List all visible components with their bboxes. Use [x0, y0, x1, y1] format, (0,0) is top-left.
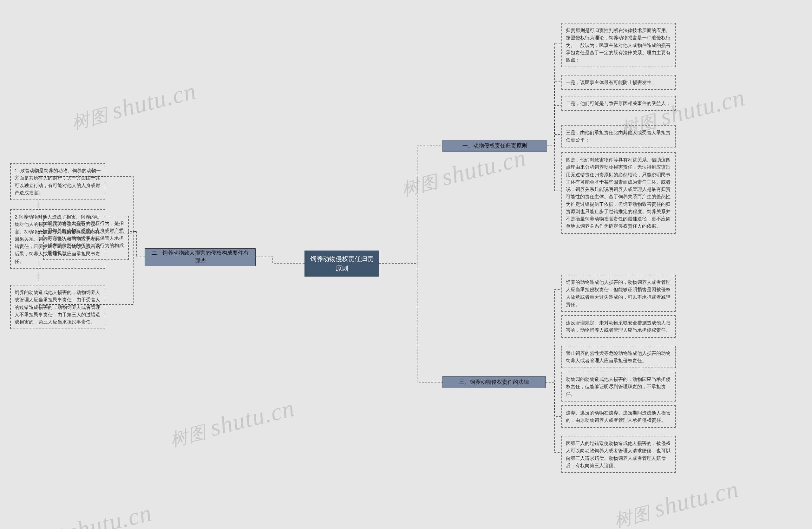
mindmap-canvas: 树图 shutu.cn 树图 shutu.cn 树图 shutu.cn 树图 s… [0, 0, 812, 529]
leaf-b1-5[interactable]: 四是，他们对致害物件等具有利益关系。借助这四点理由来分析饲养动物损害责任，无法得… [562, 152, 676, 234]
leaf-b2-1[interactable]: 1. 致害动物是饲养的动物。饲养的动物一方面是其所有人的财产，另一方面由于其可以… [10, 163, 105, 200]
root-node[interactable]: 饲养动物侵权责任归责原则 [304, 251, 379, 277]
branch-node-1[interactable]: 一、动物侵权责任归责原则 [443, 140, 547, 152]
leaf-text: 动物园的动物造成他人损害的，动物园应当承担侵权责任，但能够证明尽到管理职责的，不… [566, 377, 670, 397]
leaf-text: 饲养的动物造成他人损害的，动物饲养人或者管理人应当承担侵权责任，但能够证明损害是… [566, 279, 670, 307]
leaf-b1-2[interactable]: 一是，该民事主体最有可能防止损害发生； [562, 75, 676, 90]
root-title: 饲养动物侵权责任归责原则 [308, 254, 376, 273]
leaf-b1-1[interactable]: 归责原则是可归责性判断在法律技术层面的应用。按照侵权行为理论，饲养动物损害是一种… [562, 23, 676, 67]
leaf-text: 2.饲养动物对他人造成了损害。饲养的动物对他人的损害包括人身损害或财产损害。3.… [15, 214, 100, 264]
leaf-b3-6[interactable]: 因第三人的过错致使动物造成他人损害的，被侵权人可以向动物饲养人或者管理人请求赔偿… [562, 436, 676, 473]
leaf-text: 1. 致害动物是饲养的动物。饲养的动物一方面是其所有人的财产，另一方面由于其可以… [15, 168, 101, 195]
branch-node-3[interactable]: 三、饲养动物侵权责任的法律 [443, 376, 546, 388]
leaf-text: 遗弃、逃逸的动物在遗弃、逃逸期间造成他人损害的，由原动物饲养人或者管理人承担侵权… [566, 410, 670, 423]
leaf-b3-5[interactable]: 遗弃、逃逸的动物在遗弃、逃逸期间造成他人损害的，由原动物饲养人或者管理人承担侵权… [562, 405, 676, 428]
leaf-text: 归责原则是可归责性判断在法律技术层面的应用。按照侵权行为理论，饲养动物损害是一种… [566, 28, 670, 62]
leaf-b3-3[interactable]: 禁止饲养的烈性犬等危险动物造成他人损害的动物饲养人或者管理人应当承担侵权责任。 [562, 346, 676, 368]
connectors [0, 0, 812, 529]
watermark: 树图 shutu.cn [611, 475, 742, 529]
leaf-text: 四是，他们对致害物件等具有利益关系。借助这四点理由来分析饲养动物损害责任，无法得… [566, 157, 670, 229]
watermark: 树图 shutu.cn [166, 394, 298, 453]
leaf-b1-3[interactable]: 二是，他们可能是与致害原因相关事件的受益人； [562, 96, 676, 111]
leaf-text: 禁止饲养的烈性犬等危险动物造成他人损害的动物饲养人或者管理人应当承担侵权责任。 [566, 350, 670, 363]
leaf-b2-3[interactable]: 饲养的动物造成他人损害的，动物饲养人或管理人应当承担民事责任；由于受害人的过错造… [10, 285, 105, 329]
watermark: 树图 shutu.cn [398, 144, 529, 202]
leaf-text: 因第三人的过错致使动物造成他人损害的，被侵权人可以向动物饲养人或者管理人请求赔偿… [566, 441, 670, 468]
watermark: 树图 shutu.cn [24, 499, 155, 529]
leaf-text: 饲养的动物造成他人损害的，动物饲养人或管理人应当承担民事责任；由于受害人的过错造… [15, 290, 100, 324]
leaf-text: 一是，该民事主体最有可能防止损害发生； [566, 79, 656, 85]
branch-3-title: 三、饲养动物侵权责任的法律 [459, 378, 529, 386]
leaf-text: 三是，由他们承担责任比由其他人或受害人承担责任更公平； [566, 130, 670, 143]
leaf-text: 违反管理规定，未对动物采取安全措施造成他人损害的，动物饲养人或者管理人应当承担侵… [566, 320, 670, 333]
branch-1-title: 一、动物侵权责任归责原则 [462, 142, 527, 150]
leaf-b1-4[interactable]: 三是，由他们承担责任比由其他人或受害人承担责任更公平； [562, 125, 676, 147]
branch-2-title: 二、饲养动物致人损害的侵权构成要件有哪些 [149, 249, 251, 265]
leaf-text: 二是，他们可能是与致害原因相关事件的受益人； [566, 101, 670, 106]
leaf-b3-4[interactable]: 动物园的动物造成他人损害的，动物园应当承担侵权责任，但能够证明尽到管理职责的，不… [562, 372, 676, 401]
watermark: 树图 shutu.cn [68, 77, 199, 135]
leaf-b3-2[interactable]: 违反管理规定，未对动物采取安全措施造成他人损害的，动物饲养人或者管理人应当承担侵… [562, 315, 676, 338]
leaf-b2-2[interactable]: 2.饲养动物对他人造成了损害。饲养的动物对他人的损害包括人身损害或财产损害。3.… [10, 209, 105, 269]
branch-node-2[interactable]: 二、饲养动物致人损害的侵权构成要件有哪些 [145, 248, 256, 266]
leaf-b3-1[interactable]: 饲养的动物造成他人损害的，动物饲养人或者管理人应当承担侵权责任，但能够证明损害是… [562, 275, 676, 312]
